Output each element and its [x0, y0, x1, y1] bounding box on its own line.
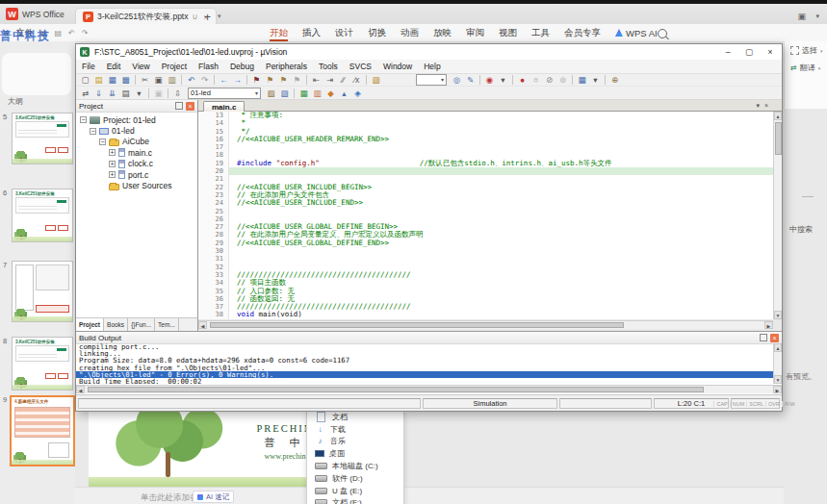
code-line-30[interactable]: 30: [198, 247, 773, 255]
slide-thumbnail-9[interactable]: 4.新建程序头文件: [10, 395, 75, 466]
minimize-button[interactable]: –: [720, 45, 736, 58]
document-tab[interactable]: P 3-KeilC251软件安装.pptx ∪ ×: [75, 8, 217, 25]
uncomment-icon[interactable]: ∕x: [350, 74, 363, 86]
build-output-horizontal-scrollbar[interactable]: ◀ ▶: [76, 385, 782, 393]
stop-build-icon[interactable]: ▣: [152, 88, 165, 99]
menu-审阅[interactable]: 审阅: [466, 24, 484, 41]
build-icon[interactable]: ⇓: [92, 88, 105, 99]
explorer-item--C-[interactable]: 本地磁盘 (C:): [307, 460, 403, 472]
windows-layout-icon[interactable]: ▦: [576, 74, 588, 86]
unindent-icon[interactable]: ⇤: [310, 74, 323, 86]
expander-icon[interactable]: +: [109, 171, 116, 178]
find-in-files-icon[interactable]: ◎: [451, 74, 463, 86]
keil-menu-project[interactable]: Project: [156, 62, 193, 71]
find-icon[interactable]: ✎: [464, 74, 477, 86]
code-line-25[interactable]: 25: [198, 208, 773, 215]
menu-动画[interactable]: 动画: [401, 24, 419, 41]
build-output-close-icon[interactable]: ×: [770, 334, 779, 342]
new-file-icon[interactable]: ▢: [79, 74, 91, 86]
code-editor[interactable]: 13 * 注意事项:14 *15 */16//<<AICUBE_USER_HEA…: [198, 112, 773, 319]
kill-breakpoints-icon[interactable]: ⊘: [543, 74, 556, 86]
panel-tab-books[interactable]: Books: [104, 318, 128, 331]
code-line-38[interactable]: 38void main(void): [198, 311, 773, 318]
expander-icon[interactable]: +: [109, 161, 116, 167]
keil-menu-flash[interactable]: Flash: [193, 62, 224, 71]
select-tool[interactable]: 选择 ▾: [785, 41, 827, 59]
tree-item-port.c[interactable]: +port.c: [76, 169, 197, 180]
expander-icon[interactable]: +: [109, 149, 116, 156]
target-combo[interactable]: 01-led▾: [188, 88, 261, 99]
scroll-down-icon[interactable]: ▼: [774, 375, 782, 384]
panel-tab-project[interactable]: Project: [76, 318, 104, 331]
explorer-item--[interactable]: ♪音乐: [307, 436, 403, 448]
code-line-24[interactable]: 24//<<AICUBE_USER_INCLUDE_END>>: [198, 199, 773, 207]
explorer-item--[interactable]: 桌面: [307, 447, 403, 460]
translate-icon[interactable]: ⇄: [79, 88, 91, 99]
translate-tool[interactable]: ⇄ 翻译 ▾: [785, 59, 827, 76]
books-icon[interactable]: ◆: [324, 88, 337, 99]
download-icon[interactable]: ⇩: [171, 88, 184, 99]
redo-icon[interactable]: ↷: [82, 29, 89, 38]
manage-components-icon[interactable]: ▦: [297, 88, 310, 99]
scrollbar-thumb[interactable]: [88, 387, 704, 392]
build-output-line[interactable]: compiling port.c...: [76, 343, 773, 350]
menu-切换[interactable]: 切换: [368, 24, 386, 41]
save-all-icon[interactable]: ▩: [119, 74, 132, 86]
menu-会员专享[interactable]: 会员专享: [564, 24, 601, 41]
batch-build-icon[interactable]: ▤: [119, 88, 132, 99]
menu-WPS AI[interactable]: WPS AI: [615, 24, 658, 41]
code-line-14[interactable]: 14 *: [198, 119, 773, 127]
next-bookmark-icon[interactable]: ⚑: [277, 74, 290, 86]
menu-放映[interactable]: 放映: [433, 24, 452, 41]
tree-item-main.c[interactable]: +main.c: [76, 147, 197, 158]
scroll-left-icon[interactable]: ◀: [198, 321, 207, 329]
project-panel-header[interactable]: Project ×: [76, 100, 197, 113]
rebuild-icon[interactable]: ⇊: [106, 88, 118, 99]
scroll-down-icon[interactable]: ▼: [774, 311, 782, 319]
ai-note-badge[interactable]: AI 速记: [193, 491, 234, 503]
expander-icon[interactable]: −: [99, 139, 106, 145]
clear-bookmarks-icon[interactable]: ⚑: [291, 74, 303, 86]
indent-icon[interactable]: ⇥: [323, 74, 336, 86]
editor-horizontal-scrollbar[interactable]: ◀ ▶: [198, 320, 773, 329]
scrollbar-thumb[interactable]: [210, 322, 624, 328]
explorer-item--F-[interactable]: 文档 (F:): [307, 497, 403, 504]
copy-icon[interactable]: ▣: [152, 74, 165, 86]
save-icon[interactable]: ▦: [106, 74, 118, 86]
scroll-left-icon[interactable]: ◀: [76, 386, 85, 393]
build-output-vertical-scrollbar[interactable]: ▲ ▼: [773, 343, 782, 384]
keil-menu-edit[interactable]: Edit: [101, 62, 127, 71]
expander-icon[interactable]: −: [80, 116, 87, 123]
code-line-29[interactable]: 29//<<AICUBE_USER_GLOBAL_DEFINE_END>>: [198, 239, 773, 247]
configure-icon[interactable]: ⊕: [608, 74, 621, 86]
tree-item-01-led[interactable]: −01-led: [76, 125, 197, 136]
code-line-16[interactable]: 16//<<AICUBE_USER_HEADER_REMARK_END>>: [198, 136, 773, 143]
search-icon[interactable]: [658, 29, 667, 38]
tree-item-project-01-led[interactable]: −Project: 01-led: [76, 114, 197, 125]
panel-tab-tem[interactable]: Tem...: [155, 318, 179, 331]
maximize-button[interactable]: ▢: [741, 45, 757, 58]
debug-icon[interactable]: ◉: [483, 74, 496, 86]
keil-menu-tools[interactable]: Tools: [313, 62, 344, 71]
keil-menu-window[interactable]: Window: [377, 62, 418, 71]
slide-thumbnail-8[interactable]: 3.KeilC251软件安装: [12, 337, 73, 391]
code-line-17[interactable]: 17: [198, 143, 773, 151]
pin-icon[interactable]: [760, 334, 767, 341]
editor-close-icon[interactable]: ×: [764, 102, 768, 110]
menu-设计[interactable]: 设计: [335, 24, 353, 41]
pin-icon[interactable]: [175, 102, 183, 110]
menu-视图[interactable]: 视图: [499, 24, 517, 41]
scroll-up-icon[interactable]: ▲: [774, 112, 782, 120]
explorer-item-U-E-[interactable]: U 盘 (E:): [307, 485, 403, 497]
bookmark-icon[interactable]: ⚑: [250, 74, 263, 86]
build-output-log[interactable]: compiling port.c...linking...Program Siz…: [76, 343, 773, 384]
undo-icon[interactable]: ↶: [185, 74, 197, 86]
find-text-combo[interactable]: ▾: [416, 74, 447, 86]
edit-target-icon[interactable]: ▨: [278, 88, 291, 99]
slide-thumbnail-5[interactable]: 3.KeilC251软件安装: [12, 113, 73, 164]
undo-icon[interactable]: ↶: [68, 29, 75, 38]
scroll-up-icon[interactable]: ▲: [774, 343, 782, 352]
code-line-19[interactable]: 19#include "config.h" //默认已包含stdio.h、int…: [198, 160, 773, 167]
explorer-item--D-[interactable]: 软件 (D:): [307, 472, 403, 485]
enable-breakpoints-icon[interactable]: ⊚: [556, 74, 569, 86]
